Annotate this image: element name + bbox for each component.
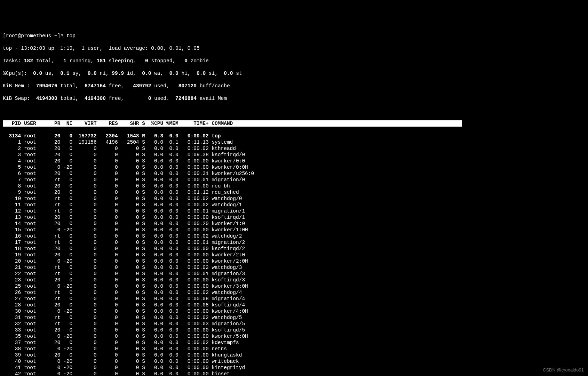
process-row: 38 root 0 -20 0 0 0 S 0.0 0.0 0:00.00 ne… [3, 346, 585, 352]
process-row: 7 root rt 0 0 0 0 S 0.0 0.0 0:00.01 migr… [3, 177, 585, 183]
top-summary-uptime: top - 13:02:03 up 1:19, 1 user, load ave… [3, 45, 585, 51]
process-table-header: PID USER PR NI VIRT RES SHR S %CPU %MEM … [3, 120, 462, 127]
process-row: 19 root 20 0 0 0 0 S 0.0 0.0 0:00.00 kwo… [3, 252, 585, 258]
process-row: 27 root rt 0 0 0 0 S 0.0 0.0 0:00.08 mig… [3, 296, 585, 302]
top-summary-cpu: %Cpu(s): 0.0 us, 0.1 sy, 0.0 ni, 99.9 id… [3, 70, 585, 77]
process-row: 22 root rt 0 0 0 0 S 0.0 0.0 0:00.01 mig… [3, 271, 585, 277]
process-row: 30 root 0 -20 0 0 0 S 0.0 0.0 0:00.00 kw… [3, 308, 585, 314]
shell-prompt: [root@prometheus ~]# [3, 33, 66, 39]
process-row: 8 root 20 0 0 0 0 S 0.0 0.0 0:00.00 rcu_… [3, 183, 585, 189]
process-row: 12 root rt 0 0 0 0 S 0.0 0.0 0:00.01 mig… [3, 208, 585, 214]
process-row: 3134 root 20 0 157732 2304 1548 R 0.3 0.… [3, 133, 585, 139]
process-row: 4 root 20 0 0 0 0 S 0.0 0.0 0:00.00 kwor… [3, 158, 585, 164]
process-table-body: 3134 root 20 0 157732 2304 1548 R 0.3 0.… [3, 133, 585, 376]
process-row: 9 root 20 0 0 0 0 S 0.0 0.0 0:01.12 rcu_… [3, 189, 585, 195]
process-row: 13 root 20 0 0 0 0 S 0.0 0.0 0:00.00 kso… [3, 214, 585, 221]
process-row: 26 root rt 0 0 0 0 S 0.0 0.0 0:00.02 wat… [3, 289, 585, 296]
process-row: 32 root rt 0 0 0 0 S 0.0 0.0 0:00.03 mig… [3, 321, 585, 327]
process-row: 33 root 20 0 0 0 0 S 0.0 0.0 0:00.00 kso… [3, 327, 585, 333]
typed-command: top [66, 33, 76, 39]
top-summary-tasks: Tasks: 182 total, 1 running, 181 sleepin… [3, 58, 585, 64]
process-row: 20 root 0 -20 0 0 0 S 0.0 0.0 0:00.00 kw… [3, 258, 585, 264]
process-row: 40 root 0 -20 0 0 0 S 0.0 0.0 0:00.00 wr… [3, 358, 585, 365]
process-row: 28 root 20 0 0 0 0 S 0.0 0.0 0:00.08 kso… [3, 302, 585, 308]
process-row: 6 root 20 0 0 0 0 S 0.0 0.0 0:00.31 kwor… [3, 170, 585, 177]
process-row: 42 root 0 -20 0 0 0 S 0.0 0.0 0:00.00 bi… [3, 371, 585, 376]
process-row: 14 root 20 0 0 0 0 S 0.0 0.0 0:00.20 kwo… [3, 221, 585, 227]
shell-prompt-line: [root@prometheus ~]# top [3, 33, 585, 39]
process-row: 17 root rt 0 0 0 0 S 0.0 0.0 0:00.01 mig… [3, 239, 585, 246]
process-row: 25 root 0 -20 0 0 0 S 0.0 0.0 0:00.00 kw… [3, 283, 585, 289]
process-row: 41 root 0 -20 0 0 0 S 0.0 0.0 0:00.00 ki… [3, 365, 585, 371]
process-row: 23 root 20 0 0 0 0 S 0.0 0.0 0:00.00 kso… [3, 277, 585, 283]
process-row: 3 root 20 0 0 0 0 S 0.0 0.0 0:09.38 ksof… [3, 152, 585, 158]
process-row: 5 root 0 -20 0 0 0 S 0.0 0.0 0:00.00 kwo… [3, 164, 585, 170]
process-row: 21 root rt 0 0 0 0 S 0.0 0.0 0:00.02 wat… [3, 264, 585, 271]
process-row: 37 root 20 0 0 0 0 S 0.0 0.0 0:00.02 kde… [3, 339, 585, 346]
blank-line [3, 108, 585, 114]
process-row: 1 root 20 0 191156 4196 2504 S 0.0 0.1 0… [3, 139, 585, 145]
process-row: 2 root 20 0 0 0 0 S 0.0 0.0 0:00.02 kthr… [3, 145, 585, 152]
process-row: 35 root 0 -20 0 0 0 S 0.0 0.0 0:00.00 kw… [3, 333, 585, 339]
process-row: 10 root rt 0 0 0 0 S 0.0 0.0 0:00.02 wat… [3, 195, 585, 202]
process-row: 15 root 0 -20 0 0 0 S 0.0 0.0 0:00.00 kw… [3, 227, 585, 233]
top-summary-swap: KiB Swap: 4194300 total, 4194300 free, 0… [3, 95, 585, 102]
top-summary-mem: KiB Mem : 7994076 total, 6747164 free, 4… [3, 83, 585, 89]
watermark: CSDN @cronaldo91 [543, 367, 584, 373]
process-row: 16 root rt 0 0 0 0 S 0.0 0.0 0:00.02 wat… [3, 233, 585, 239]
process-row: 39 root 20 0 0 0 0 S 0.0 0.0 0:00.00 khu… [3, 352, 585, 358]
process-row: 11 root rt 0 0 0 0 S 0.0 0.0 0:00.02 wat… [3, 202, 585, 208]
terminal[interactable]: [root@prometheus ~]# top top - 13:02:03 … [3, 26, 585, 376]
process-row: 18 root 20 0 0 0 0 S 0.0 0.0 0:00.00 kso… [3, 246, 585, 252]
process-row: 31 root rt 0 0 0 0 S 0.0 0.0 0:00.02 wat… [3, 314, 585, 321]
